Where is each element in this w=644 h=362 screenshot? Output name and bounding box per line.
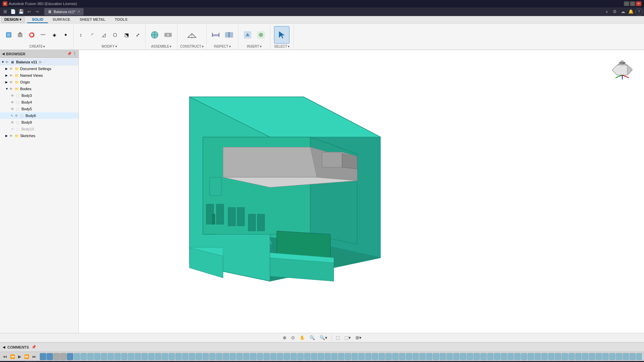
root-eye-icon[interactable]: 👁 (5, 60, 10, 64)
sketches-eye-icon[interactable]: 👁 (9, 134, 14, 138)
root-collapse-icon[interactable]: ▼ (1, 60, 5, 64)
new-tab-btn[interactable]: + (603, 8, 610, 15)
tree-item-origin[interactable]: ▶ 👁 📁 Origin (0, 79, 78, 85)
tree-root-item[interactable]: ▼ 👁 🖥 Balanza v11 ⚙ ⋯ (0, 59, 78, 65)
document-tab-active[interactable]: 🖥 Balanza v11* ✕ (44, 8, 84, 15)
viewport[interactable]: TOP (79, 50, 644, 333)
modify-label[interactable]: MODIFY▾ (102, 45, 117, 48)
construct-plane-btn[interactable] (185, 27, 198, 43)
grid-btn[interactable]: ⊞▾ (354, 335, 363, 341)
create-loft-btn[interactable]: ◈ (49, 30, 60, 40)
zoom-dropdown-btn[interactable]: 🔍▾ (318, 335, 329, 341)
inspect-measure-btn[interactable] (209, 27, 222, 43)
construct-group: CONSTRUCT▾ (177, 24, 207, 49)
tree-item-named-views[interactable]: ▶ 👁 📁 Named Views (0, 72, 78, 79)
assemble-motion-btn[interactable] (162, 27, 174, 43)
design-dropdown[interactable]: DESIGN ▾ (1, 16, 24, 23)
notification-icon[interactable]: 🔔 (627, 8, 635, 15)
tab-close-icon[interactable]: ✕ (77, 10, 80, 13)
tab-solid[interactable]: SOLID (27, 16, 48, 23)
help-icon[interactable]: ? (635, 8, 643, 15)
tab-surface[interactable]: SURFACE (48, 16, 75, 23)
look-at-btn[interactable]: ✋ (298, 335, 307, 341)
timeline-next-btn[interactable]: ⏩ (23, 354, 30, 359)
tree-item-body6[interactable]: ↖ 👁 ⬚ Body6 (0, 112, 78, 119)
assemble-label[interactable]: ASSEMBLE▾ (151, 45, 172, 48)
create-more-btn[interactable]: ✦ (60, 30, 71, 40)
tab-sheet-metal[interactable]: SHEET METAL (75, 16, 110, 23)
select-label[interactable]: SELECT▾ (274, 45, 289, 48)
insert-label[interactable]: INSERT▾ (247, 45, 262, 48)
inspect-section-btn[interactable] (223, 27, 235, 43)
modify-press-pull-btn[interactable]: ↕ (75, 30, 86, 40)
body3-eye-icon[interactable]: 👁 (11, 94, 15, 98)
tree-item-sketches[interactable]: ▶ 👁 📁 Sketches (0, 132, 78, 139)
bodies-eye-icon[interactable]: 👁 (9, 87, 14, 91)
tree-item-body5[interactable]: 👁 ⬚ Body5 (0, 106, 78, 112)
display-dropdown-btn[interactable]: ⬚▾ (343, 335, 353, 341)
create-extrude-btn[interactable] (15, 30, 25, 40)
body6-eye-icon[interactable]: 👁 (15, 114, 19, 118)
select-btn[interactable] (274, 26, 289, 44)
insert-decal-btn[interactable] (255, 27, 267, 43)
pan-btn[interactable]: ⊙ (289, 335, 297, 341)
settings-icon[interactable]: ⚙ (611, 8, 619, 15)
construct-label[interactable]: CONSTRUCT▾ (180, 45, 204, 48)
undo-btn[interactable]: ↩ (25, 8, 33, 15)
create-revolve-btn[interactable]: ⭕ (26, 30, 37, 40)
body5-eye-icon[interactable]: 👁 (11, 107, 15, 111)
create-label[interactable]: CREATE▾ (30, 45, 45, 48)
display-mode-btn[interactable]: ⬚ (334, 335, 341, 341)
tab-tools[interactable]: TOOLS (110, 16, 132, 23)
tree-item-body3[interactable]: 👁 ⬚ Body3 (0, 92, 78, 99)
maximize-button[interactable]: □ (630, 1, 635, 6)
timeline-first-btn[interactable]: ⏮ (2, 354, 8, 359)
modify-draft-btn[interactable]: ⬔ (121, 30, 132, 40)
inspect-label[interactable]: INSPECT▾ (214, 45, 231, 48)
ds-folder-icon: 📁 (15, 67, 19, 71)
origin-eye-icon[interactable]: 👁 (9, 80, 14, 84)
root-settings-icon[interactable]: ⚙ (39, 60, 42, 64)
body4-eye-icon[interactable]: 👁 (11, 101, 15, 104)
root-more-icon[interactable]: ⋯ (42, 60, 46, 64)
comments-pin-icon[interactable]: 📌 (32, 345, 36, 349)
modify-fillet-btn[interactable]: ◜ (87, 30, 98, 40)
tree-item-bodies[interactable]: ▼ 👁 📁 Bodies (0, 85, 78, 92)
svg-point-8 (166, 33, 170, 37)
modify-chamfer-btn[interactable]: ◿ (98, 30, 109, 40)
file-menu-btn[interactable]: 📄 (9, 8, 17, 15)
nv-arrow-icon: ▶ (5, 74, 9, 77)
body9-eye-icon[interactable]: 👁 (11, 121, 15, 124)
tree-item-document-settings[interactable]: ▶ 👁 📁 Document Settings (0, 65, 78, 72)
orbit-btn[interactable]: ⊕ (281, 335, 288, 341)
modify-shell-btn[interactable]: ⬡ (110, 30, 120, 40)
browser-more-icon[interactable]: ⋮ (73, 52, 76, 56)
save-btn[interactable]: 💾 (17, 8, 25, 15)
ds-eye-icon[interactable]: 👁 (9, 67, 14, 71)
redo-btn[interactable]: ↪ (34, 8, 41, 15)
create-new-body-btn[interactable] (3, 30, 14, 40)
timeline-play-btn[interactable]: ▶ (17, 354, 22, 359)
browser-collapse-icon[interactable]: ◀ (2, 52, 5, 56)
orientation-cube[interactable]: TOP (610, 57, 634, 80)
zoom-fit-btn[interactable]: 🔍 (308, 335, 317, 341)
cloud-icon[interactable]: ☁ (619, 8, 627, 15)
close-button[interactable]: ✕ (636, 1, 641, 6)
timeline-prev-btn[interactable]: ⏪ (9, 354, 16, 359)
create-sweep-btn[interactable]: 〰 (38, 30, 48, 40)
tree-item-body10[interactable]: 👁 ⬚ Body10 (0, 126, 78, 132)
body9-label: Body9 (21, 120, 32, 124)
body10-eye-icon[interactable]: 👁 (11, 127, 15, 131)
ds-label: Document Settings (20, 67, 51, 71)
assemble-joint-btn[interactable] (148, 27, 161, 43)
minimize-button[interactable]: ─ (624, 1, 629, 6)
tree-item-body4[interactable]: 👁 ⬚ Body4 (0, 99, 78, 106)
grid-icon[interactable]: ⊞ (1, 8, 9, 15)
insert-canvas-btn[interactable] (241, 27, 254, 43)
modify-scale-btn[interactable]: ⤢ (132, 30, 143, 40)
browser-pin-icon[interactable]: 📌 (67, 52, 72, 56)
comments-collapse-icon[interactable]: ◀ (3, 345, 5, 349)
tree-item-body9[interactable]: 👁 ⬚ Body9 (0, 119, 78, 126)
nv-eye-icon[interactable]: 👁 (9, 74, 14, 77)
timeline-last-btn[interactable]: ⏭ (31, 354, 37, 359)
